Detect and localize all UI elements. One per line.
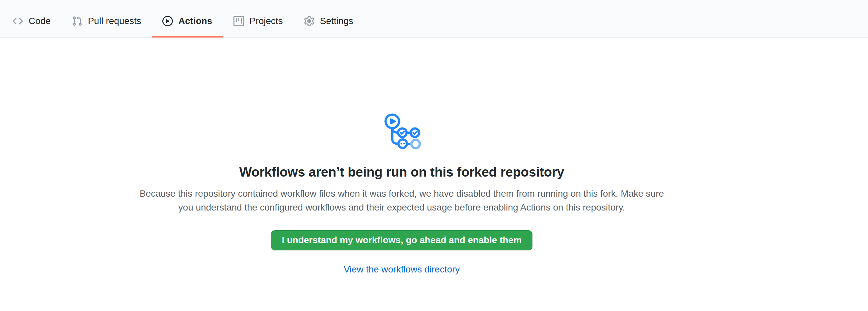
blankslate-heading: Workflows aren’t being run on this forke…: [132, 165, 672, 180]
tab-pull-requests[interactable]: Pull requests: [61, 6, 152, 37]
git-pull-request-icon: [72, 16, 82, 26]
tab-label: Projects: [250, 17, 283, 26]
enable-workflows-button[interactable]: I understand my workflows, go ahead and …: [271, 230, 532, 250]
repo-tab-nav: Code Pull requests Actions Projects Sett…: [0, 0, 868, 37]
blankslate-description: Because this repository contained workfl…: [132, 187, 672, 215]
project-icon: [234, 16, 244, 26]
workflow-graph-icon: [132, 37, 672, 152]
view-workflows-directory-link[interactable]: View the workflows directory: [344, 264, 460, 274]
tab-label: Pull requests: [88, 17, 141, 26]
tab-label: Actions: [179, 17, 212, 26]
tab-code[interactable]: Code: [2, 6, 61, 37]
tab-projects[interactable]: Projects: [223, 6, 293, 37]
tab-label: Code: [29, 17, 51, 26]
tab-settings[interactable]: Settings: [293, 6, 364, 37]
gear-icon: [304, 16, 314, 26]
code-icon: [12, 16, 23, 26]
tab-actions[interactable]: Actions: [152, 6, 223, 37]
actions-blankslate: Workflows aren’t being run on this forke…: [0, 37, 868, 275]
tab-label: Settings: [320, 17, 353, 26]
play-icon: [162, 16, 173, 26]
